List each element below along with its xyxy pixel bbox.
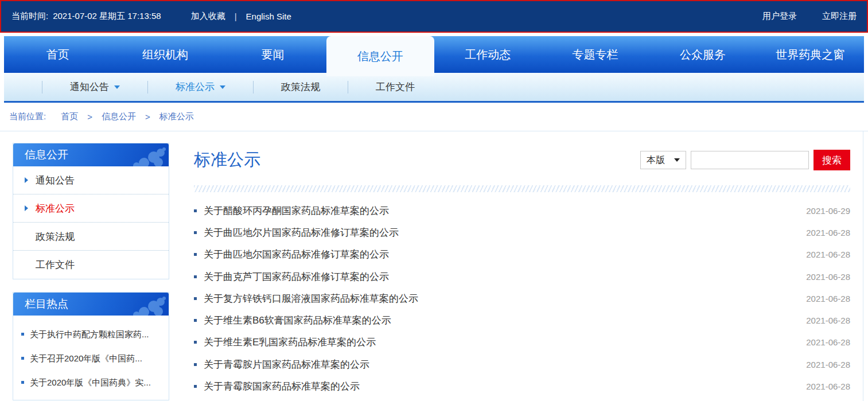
list-item: 关于曲匹地尔国家药品标准修订草案的公示 2021-06-28 bbox=[194, 244, 850, 266]
breadcrumb-separator: > bbox=[87, 112, 92, 122]
announcement-link[interactable]: 关于复方锌铁钙口服溶液国家药品标准草案的公示 bbox=[204, 292, 806, 305]
announcement-link[interactable]: 关于醋酸环丙孕酮国家药品标准草案的公示 bbox=[204, 204, 806, 217]
breadcrumb-label: 当前位置: bbox=[9, 111, 46, 122]
sidebar-panel-header: 栏目热点 bbox=[13, 293, 169, 316]
hot-list-item[interactable]: 关于召开2020年版《中国药... bbox=[21, 347, 161, 371]
sidebar-item-label: 标准公示 bbox=[36, 202, 75, 215]
sub-nav: 通知公告 标准公示 政策法规 工作文件 bbox=[4, 73, 864, 103]
subnav-item-work-documents[interactable]: 工作文件 bbox=[348, 73, 442, 101]
bullet-icon bbox=[21, 357, 24, 360]
search-bar: 本版 搜索 bbox=[640, 150, 850, 170]
bullet-icon bbox=[194, 275, 197, 278]
list-item: 关于曲匹地尔片国家药品标准修订草案的公示 2021-06-28 bbox=[194, 221, 850, 243]
breadcrumb-separator: > bbox=[145, 112, 150, 122]
sidebar-item-standards[interactable]: 标准公示 bbox=[13, 194, 169, 223]
announcement-date: 2021-06-29 bbox=[806, 206, 850, 216]
chevron-down-icon bbox=[114, 85, 120, 89]
announcement-link[interactable]: 关于曲匹地尔片国家药品标准修订草案的公示 bbox=[204, 226, 806, 239]
main-column: 标准公示 本版 搜索 关于醋酸环丙孕酮国家药品标准草案的公示 2021-06-2… bbox=[169, 143, 863, 401]
topbar-divider: | bbox=[235, 11, 237, 21]
bullet-icon bbox=[21, 381, 24, 384]
top-utility-bar: 当前时间: 2021-07-02 星期五 17:13:58 加入收藏 | Eng… bbox=[0, 0, 868, 33]
search-input[interactable] bbox=[691, 151, 809, 169]
breadcrumb: 当前位置: 首页 > 信息公开 > 标准公示 bbox=[0, 103, 868, 131]
list-item: 关于维生素B6软膏国家药品标准草案的公示 2021-06-28 bbox=[194, 309, 850, 331]
announcement-date: 2021-06-28 bbox=[806, 360, 850, 369]
sidebar-panel-title: 栏目热点 bbox=[25, 297, 68, 312]
list-item: 关于青霉胺国家药品标准草案的公示 2021-06-28 bbox=[194, 375, 850, 397]
nav-item-world-pharmacopoeia[interactable]: 世界药典之窗 bbox=[757, 36, 864, 73]
cloud-decoration-icon bbox=[125, 147, 166, 166]
subnav-item-standards[interactable]: 标准公示 bbox=[148, 73, 253, 101]
subnav-item-label: 工作文件 bbox=[376, 80, 415, 94]
list-item: 关于青霉胺片国家药品标准草案的公示 2021-06-28 bbox=[194, 353, 850, 375]
search-category-value: 本版 bbox=[647, 154, 665, 166]
subnav-item-notices[interactable]: 通知公告 bbox=[42, 73, 147, 101]
sidebar-panel-header: 信息公开 bbox=[13, 143, 169, 166]
sidebar-panel-hot-topics: 栏目热点 关于执行中药配方颗粒国家药... 关于召开2020年版《中国药.. bbox=[13, 292, 169, 400]
chevron-down-icon bbox=[674, 158, 680, 162]
bullet-icon bbox=[194, 231, 197, 234]
sidebar-item-notices[interactable]: 通知公告 bbox=[13, 166, 169, 194]
nav-item-work-updates[interactable]: 工作动态 bbox=[434, 36, 542, 73]
bullet-icon bbox=[21, 333, 24, 336]
subnav-item-label: 标准公示 bbox=[176, 80, 215, 94]
hot-list-item[interactable]: 关于2020年版《中国药典》实... bbox=[21, 371, 161, 395]
bullet-icon bbox=[194, 385, 197, 388]
main-nav: 首页 组织机构 要闻 信息公开 工作动态 专题专栏 公众服务 世界药典之窗 bbox=[4, 36, 864, 73]
current-time-label: 当前时间: bbox=[11, 11, 48, 22]
chevron-down-icon bbox=[220, 85, 225, 89]
sidebar-item-work-documents[interactable]: 工作文件 bbox=[13, 251, 169, 279]
nav-item-special-topics[interactable]: 专题专栏 bbox=[542, 36, 649, 73]
page-title: 标准公示 bbox=[194, 149, 260, 172]
announcement-link[interactable]: 关于维生素B6软膏国家药品标准草案的公示 bbox=[204, 314, 806, 327]
hot-list-item[interactable]: 关于执行中药配方颗粒国家药... bbox=[21, 322, 161, 347]
breadcrumb-home[interactable]: 首页 bbox=[61, 111, 78, 122]
announcement-date: 2021-06-28 bbox=[806, 250, 850, 259]
sidebar-panel-info-disclosure: 信息公开 通知公告 标准公示 政策法规 bbox=[13, 143, 169, 279]
nav-item-public-service[interactable]: 公众服务 bbox=[649, 36, 756, 73]
search-button[interactable]: 搜索 bbox=[813, 150, 850, 170]
list-item: 关于曲克芦丁国家药品标准修订草案的公示 2021-06-28 bbox=[194, 266, 850, 287]
sidebar-item-label: 政策法规 bbox=[36, 230, 75, 243]
announcement-link[interactable]: 关于维生素E乳国家药品标准草案的公示 bbox=[204, 336, 806, 349]
bullet-icon bbox=[194, 297, 197, 300]
hatched-divider bbox=[194, 185, 850, 192]
bullet-icon bbox=[194, 319, 197, 322]
content-area: 信息公开 通知公告 标准公示 政策法规 bbox=[0, 131, 863, 401]
breadcrumb-standards[interactable]: 标准公示 bbox=[159, 111, 194, 122]
announcement-link[interactable]: 关于青霉胺片国家药品标准草案的公示 bbox=[204, 358, 806, 371]
bullet-icon bbox=[194, 341, 197, 344]
subnav-item-label: 通知公告 bbox=[70, 80, 109, 94]
announcement-link[interactable]: 关于曲匹地尔国家药品标准修订草案的公示 bbox=[204, 248, 806, 261]
current-time-value: 2021-07-02 星期五 17:13:58 bbox=[53, 11, 161, 22]
bullet-icon bbox=[194, 363, 197, 366]
sidebar-item-policies[interactable]: 政策法规 bbox=[13, 223, 169, 251]
announcement-date: 2021-06-28 bbox=[806, 228, 850, 238]
announcement-date: 2021-06-28 bbox=[806, 272, 850, 282]
user-login-link[interactable]: 用户登录 bbox=[762, 11, 797, 22]
nav-item-home[interactable]: 首页 bbox=[4, 36, 111, 73]
list-item: 关于醋酸环丙孕酮国家药品标准草案的公示 2021-06-29 bbox=[194, 200, 850, 221]
announcement-link[interactable]: 关于曲克芦丁国家药品标准修订草案的公示 bbox=[204, 270, 806, 283]
bullet-icon bbox=[194, 253, 197, 256]
list-item: 关于复方锌铁钙口服溶液国家药品标准草案的公示 2021-06-28 bbox=[194, 287, 850, 309]
announcement-date: 2021-06-28 bbox=[806, 381, 850, 391]
hot-list: 关于执行中药配方颗粒国家药... 关于召开2020年版《中国药... 关于202… bbox=[13, 316, 169, 400]
announcement-list: 关于醋酸环丙孕酮国家药品标准草案的公示 2021-06-29 关于曲匹地尔片国家… bbox=[194, 200, 850, 398]
subnav-item-label: 政策法规 bbox=[281, 80, 320, 94]
breadcrumb-info-disclosure[interactable]: 信息公开 bbox=[102, 111, 136, 122]
sidebar-item-label: 通知公告 bbox=[36, 174, 75, 187]
nav-item-info-disclosure[interactable]: 信息公开 bbox=[326, 36, 434, 76]
english-site-link[interactable]: English Site bbox=[246, 11, 291, 21]
add-favorite-link[interactable]: 加入收藏 bbox=[191, 11, 225, 22]
search-category-select[interactable]: 本版 bbox=[640, 151, 686, 169]
register-link[interactable]: 立即注册 bbox=[822, 11, 857, 22]
nav-item-organization[interactable]: 组织机构 bbox=[111, 36, 219, 73]
sidebar: 信息公开 通知公告 标准公示 政策法规 bbox=[13, 143, 169, 401]
subnav-item-policies[interactable]: 政策法规 bbox=[254, 73, 348, 101]
nav-item-news[interactable]: 要闻 bbox=[219, 36, 326, 73]
list-item: 关于维生素E乳国家药品标准草案的公示 2021-06-28 bbox=[194, 332, 850, 353]
announcement-link[interactable]: 关于青霉胺国家药品标准草案的公示 bbox=[204, 380, 806, 393]
arrow-right-icon bbox=[25, 205, 28, 211]
